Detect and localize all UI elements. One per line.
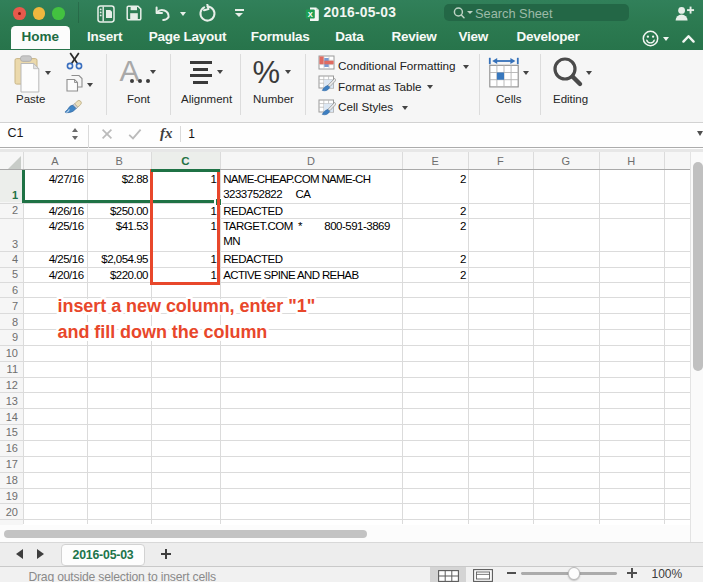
svg-text:X: X [308, 9, 313, 18]
